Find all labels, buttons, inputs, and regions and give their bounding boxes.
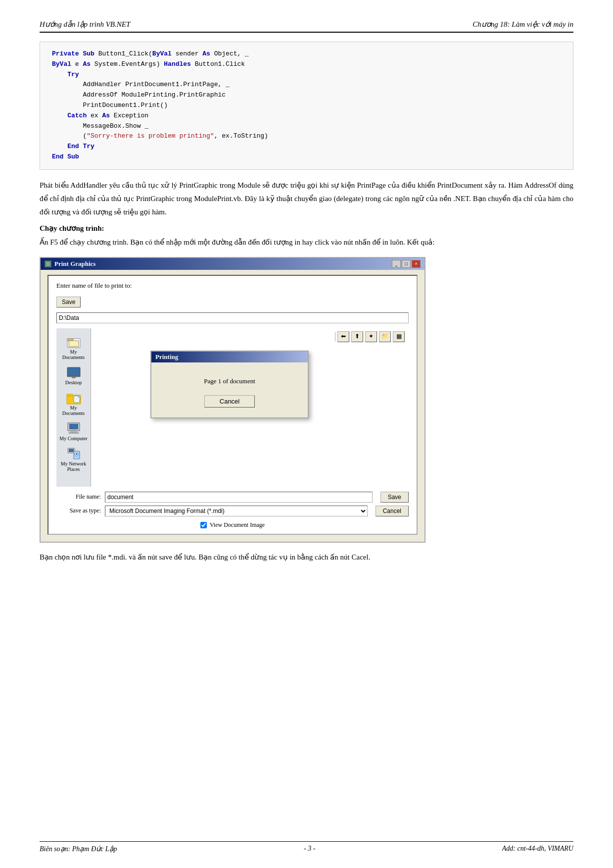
save-dialog-save-button[interactable]: Save xyxy=(380,492,409,503)
win-titlebar: Print Graphics _ □ × xyxy=(41,258,424,270)
header-left: Hướng dẫn lập trình VB.NET xyxy=(40,20,130,29)
file-name-input[interactable] xyxy=(105,492,373,503)
svg-rect-2 xyxy=(67,339,73,341)
printing-titlebar: Printing xyxy=(151,352,308,362)
form-label: Enter name of file to print to: xyxy=(56,282,132,290)
win-controls[interactable]: _ □ × xyxy=(392,260,421,268)
save-dialog-toolbar: ⬅ ⬆ ✦ 📁 ▦ xyxy=(335,331,405,342)
maximize-button[interactable]: □ xyxy=(402,260,411,268)
sidebar-item-my-computer[interactable]: My Computer xyxy=(58,420,90,443)
sidebar-label-my-network: My Network Places xyxy=(59,461,89,472)
svg-rect-8 xyxy=(67,394,73,396)
toolbar-btn-5[interactable]: ▦ xyxy=(393,331,405,342)
svg-rect-17 xyxy=(69,449,74,452)
toolbar-btn-1[interactable]: ⬅ xyxy=(337,331,349,342)
footer-center: - 3 - xyxy=(304,845,315,853)
svg-rect-6 xyxy=(72,377,76,378)
toolbar-btn-4[interactable]: 📁 xyxy=(379,331,391,342)
toolbar-btn-3[interactable]: ✦ xyxy=(365,331,377,342)
sidebar-label-desktop: Desktop xyxy=(65,380,82,385)
printing-body: Page 1 of document Cancel xyxy=(151,362,308,417)
my-computer-icon xyxy=(66,422,82,436)
form-header-row: Enter name of file to print to: xyxy=(56,282,409,292)
svg-rect-12 xyxy=(69,424,78,429)
win-icon xyxy=(45,260,51,267)
view-doc-checkbox[interactable] xyxy=(200,522,207,528)
save-dialog-bottom: File name: Save Save as type: Microsoft … xyxy=(56,492,409,529)
file-name-label: File name: xyxy=(56,493,101,501)
svg-rect-14 xyxy=(69,432,79,434)
save-as-type-row: Save as type: Microsoft Document Imaging… xyxy=(56,506,409,516)
save-dialog-content-area: Printing Page 1 of document Cancel xyxy=(91,328,409,487)
save-dialog-cancel-button[interactable]: Cancel xyxy=(376,506,409,516)
sidebar-label-my-documents: MyDocuments xyxy=(62,349,85,360)
toolbar-btn-2[interactable]: ⬆ xyxy=(351,331,363,342)
svg-text:📄: 📄 xyxy=(73,396,80,403)
sidebar-label-my-computer: My Computer xyxy=(59,436,87,441)
body-paragraph-2: Ấn F5 để chạy chương trình. Bạn có thể n… xyxy=(40,236,573,249)
svg-rect-15 xyxy=(73,430,75,431)
save-dialog-sidebar: MyDocuments xyxy=(56,328,91,487)
sidebar-item-my-network[interactable]: My Network Places xyxy=(58,445,90,474)
filepath-row xyxy=(56,312,409,323)
footer-left: Biên soạn: Phạm Đức Lập xyxy=(40,845,117,853)
printing-message: Page 1 of document xyxy=(204,377,255,385)
save-as-type-label: Save as type: xyxy=(56,507,101,514)
sidebar-item-desktop[interactable]: Desktop xyxy=(58,364,90,387)
section-title: Chạy chương trình: xyxy=(40,224,573,233)
cancel-actions: Cancel xyxy=(376,506,409,516)
svg-rect-13 xyxy=(71,431,77,432)
print-graphics-window: Print Graphics _ □ × Enter name of file … xyxy=(40,257,425,543)
screenshot-container: Print Graphics _ □ × Enter name of file … xyxy=(40,257,425,543)
printing-cancel-button[interactable]: Cancel xyxy=(204,395,255,408)
save-actions: Save xyxy=(380,492,409,503)
my-documents-icon xyxy=(66,335,82,349)
input-save-row: Save xyxy=(56,297,409,307)
sidebar-item-my-docs2[interactable]: 📄 My Documents xyxy=(58,389,90,418)
my-network-icon xyxy=(66,447,82,461)
svg-rect-0 xyxy=(46,261,50,266)
printing-dialog: Printing Page 1 of document Cancel xyxy=(150,351,309,418)
page-header: Hướng dẫn lập trình VB.NET Chương 18: Là… xyxy=(40,20,573,33)
body-paragraph-1: Phát biểu AddHandler yêu cầu thủ tục xử … xyxy=(40,179,573,219)
svg-rect-4 xyxy=(67,367,80,376)
view-doc-label: View Document Image xyxy=(210,521,265,529)
sidebar-label-my-docs2: My Documents xyxy=(59,405,89,416)
header-right: Chương 18: Làm việc với máy in xyxy=(472,20,573,29)
sidebar-item-my-documents[interactable]: MyDocuments xyxy=(58,333,90,362)
footer-right: Add: cnt-44-dh, VIMARU xyxy=(502,845,573,853)
printing-title: Printing xyxy=(155,353,178,361)
save-as-type-select[interactable]: Microsoft Document Imaging Format (*.mdi… xyxy=(105,506,368,516)
close-button[interactable]: × xyxy=(412,260,421,268)
win-body: Enter name of file to print to: Save xyxy=(41,270,424,542)
footer: Biên soạn: Phạm Đức Lập - 3 - Add: cnt-4… xyxy=(40,841,573,853)
svg-rect-5 xyxy=(67,375,80,377)
svg-rect-3 xyxy=(69,341,79,347)
page: Hướng dẫn lập trình VB.NET Chương 18: Là… xyxy=(0,0,613,868)
checkbox-row: View Document Image xyxy=(56,521,409,529)
save-button-inline[interactable]: Save xyxy=(56,297,81,307)
desktop-icon xyxy=(66,366,82,380)
win-title: Print Graphics xyxy=(54,260,95,268)
minimize-button[interactable]: _ xyxy=(392,260,401,268)
file-path-input[interactable] xyxy=(56,312,409,323)
file-name-row: File name: Save xyxy=(56,492,409,503)
svg-point-20 xyxy=(76,453,78,455)
form-area: Enter name of file to print to: Save xyxy=(47,275,418,535)
my-docs2-icon: 📄 xyxy=(66,391,82,405)
code-block: Private Sub Button1_Click(ByVal sender A… xyxy=(40,42,573,170)
body-after: Bạn chọn nơi lưu file *.mdi. và ấn nút s… xyxy=(40,551,573,564)
